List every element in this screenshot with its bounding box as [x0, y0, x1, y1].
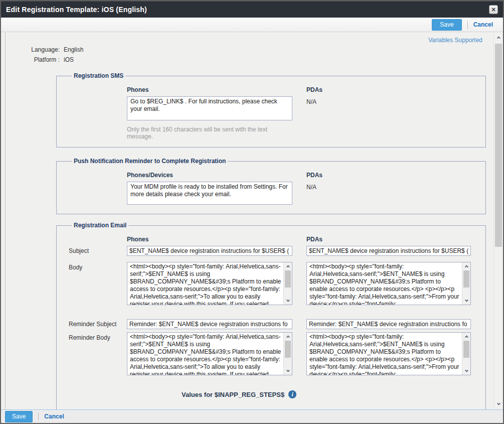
main-scrollbar-thumb[interactable]	[495, 44, 502, 247]
scroll-down-icon[interactable]	[462, 367, 470, 375]
subject-label: Subject	[64, 246, 127, 254]
email-phones-header: Phones	[127, 236, 292, 243]
save-button-bottom[interactable]: Save	[5, 411, 33, 422]
registration-email-section: Registration Email Phones PDAs Subject B…	[56, 222, 486, 409]
body-phones-scrollbar[interactable]	[283, 262, 292, 305]
scroll-up-icon[interactable]	[494, 33, 503, 42]
platform-row: Platform : iOS	[6, 55, 493, 64]
sms-character-note: Only the first 160 characters will be se…	[127, 126, 292, 140]
body-pdas-scrollbar[interactable]	[462, 262, 470, 305]
subject-phones-input[interactable]	[127, 246, 292, 256]
reminder-subject-phones-input[interactable]	[127, 319, 292, 329]
dialog-content: Variables Supported Language: English Pl…	[1, 32, 503, 409]
body-pdas-textarea[interactable]: <html><body><p style="font-family: Arial…	[306, 262, 471, 305]
scroll-up-icon[interactable]	[284, 333, 292, 340]
scroll-down-icon[interactable]	[494, 400, 503, 408]
close-icon[interactable]: ✕	[489, 5, 498, 14]
variables-supported-link[interactable]: Variables Supported	[428, 37, 482, 44]
sms-phones-header: Phones	[127, 86, 292, 93]
scrollbar-thumb[interactable]	[463, 341, 469, 358]
inapp-reg-steps-label: Values for $INAPP_REG_STEPS$	[182, 391, 284, 398]
registration-sms-legend: Registration SMS	[72, 72, 125, 79]
reminder-subject-pdas-input[interactable]	[306, 319, 471, 329]
scroll-down-icon[interactable]	[284, 297, 292, 305]
scroll-up-icon[interactable]	[284, 262, 292, 270]
dialog-titlebar: Edit Registration Template: iOS (English…	[1, 1, 503, 18]
push-notification-section: Push Notification Reminder to Complete R…	[56, 158, 486, 214]
dialog-title: Edit Registration Template: iOS (English…	[6, 6, 147, 14]
push-phones-header: Phones/Devices	[127, 172, 292, 179]
reminder-subject-label: Reminder Subject	[64, 305, 127, 328]
info-icon[interactable]: i	[288, 390, 296, 398]
registration-sms-section: Registration SMS Phones PDAs Go to $REG_…	[56, 72, 486, 148]
edit-registration-template-dialog: Edit Registration Template: iOS (English…	[0, 0, 504, 424]
subject-pdas-input[interactable]	[306, 246, 471, 256]
push-notification-legend: Push Notification Reminder to Complete R…	[72, 158, 228, 165]
form-area: Variables Supported Language: English Pl…	[5, 32, 493, 409]
language-value: English	[64, 45, 83, 54]
inapp-reg-steps-row: Values for $INAPP_REG_STEPS$ i	[182, 390, 478, 398]
reminder-body-label: Reminder Body	[64, 329, 127, 341]
reminder-body-pdas-scrollbar[interactable]	[462, 333, 470, 375]
cancel-link-top[interactable]: Cancel	[473, 21, 493, 28]
toolbar-divider	[467, 21, 468, 29]
language-label: Language:	[6, 45, 60, 54]
reminder-body-phones-textarea[interactable]: <html><body><p style="font-family: Arial…	[127, 332, 292, 375]
reminder-body-phones-scrollbar[interactable]	[283, 333, 292, 375]
reminder-body-pdas-textarea[interactable]: <html><body><p style="font-family: Arial…	[306, 332, 471, 375]
sms-pdas-header: PDAs	[306, 86, 471, 93]
scroll-up-icon[interactable]	[462, 333, 470, 340]
sms-pdas-value: N/A	[306, 98, 471, 105]
email-pdas-header: PDAs	[306, 236, 471, 243]
push-pdas-header: PDAs	[306, 172, 471, 179]
body-phones-textarea[interactable]: <html><body><p style="font-family: Arial…	[127, 262, 292, 305]
top-toolbar: Save Cancel	[1, 18, 503, 32]
push-phones-textarea[interactable]: Your MDM profile is ready to be installe…	[127, 182, 292, 205]
bottom-toolbar: Save Cancel	[1, 409, 503, 423]
push-pdas-value: N/A	[306, 184, 471, 191]
footer-divider	[38, 412, 39, 420]
save-button-top[interactable]: Save	[432, 19, 461, 31]
platform-value: iOS	[64, 55, 74, 64]
registration-email-legend: Registration Email	[72, 222, 128, 229]
sms-phones-textarea[interactable]: Go to $REG_LINK$ . For full instructions…	[127, 96, 292, 120]
scrollbar-thumb[interactable]	[285, 341, 291, 358]
scrollbar-thumb[interactable]	[463, 270, 469, 288]
scroll-down-icon[interactable]	[284, 367, 292, 375]
scroll-up-icon[interactable]	[462, 262, 470, 270]
cancel-link-bottom[interactable]: Cancel	[44, 413, 64, 420]
scrollbar-thumb[interactable]	[285, 270, 291, 288]
main-vertical-scrollbar[interactable]	[493, 32, 503, 409]
scroll-down-icon[interactable]	[462, 297, 470, 305]
body-label: Body	[64, 256, 127, 271]
platform-label: Platform :	[6, 55, 60, 64]
variables-supported-row: Variables Supported	[6, 35, 493, 44]
language-row: Language: English	[6, 45, 493, 54]
